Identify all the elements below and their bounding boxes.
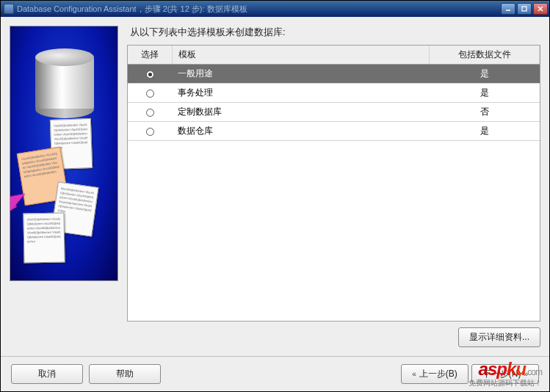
content-area: VloohlOjbAdiertien VloohlOjbAdiertien Vl… — [1, 17, 549, 356]
template-doc-icon: VloohlOjbAdiertien VloohlOjbAdiertien Vl… — [23, 213, 65, 264]
cell-includes: 是 — [430, 122, 540, 141]
back-label: 上一步(B) — [419, 368, 457, 380]
window-controls — [501, 3, 548, 15]
next-button[interactable]: 下一步(N) » — [471, 364, 539, 384]
template-radio[interactable] — [146, 128, 154, 136]
template-table: 选择 模板 包括数据文件 一般用途 是 事务处理 — [127, 45, 540, 322]
template-radio[interactable] — [146, 90, 154, 98]
footer-right: « 上一步(B) 下一步(N) » — [401, 364, 539, 384]
table-row[interactable]: 事务处理 是 — [128, 84, 540, 103]
cell-template: 事务处理 — [172, 84, 430, 103]
sidebar-graphic: VloohlOjbAdiertien VloohlOjbAdiertien Vl… — [10, 26, 118, 281]
maximize-button[interactable] — [517, 3, 532, 15]
app-icon — [4, 4, 14, 14]
help-button[interactable]: 帮助 — [89, 364, 161, 384]
table-row[interactable]: 一般用途 是 — [128, 65, 540, 84]
footer: 取消 帮助 « 上一步(B) 下一步(N) » aspku.com 免费网站源码… — [1, 356, 549, 391]
cell-includes: 是 — [430, 65, 540, 84]
template-radio[interactable] — [146, 109, 154, 117]
show-details-button[interactable]: 显示详细资料... — [458, 327, 540, 347]
cell-template: 一般用途 — [172, 65, 430, 84]
cell-includes: 否 — [430, 103, 540, 122]
titlebar-left: Database Configuration Assistant，步骤 2(共 … — [4, 4, 247, 15]
database-cylinder-icon — [35, 48, 94, 118]
titlebar: Database Configuration Assistant，步骤 2(共 … — [1, 1, 549, 17]
cell-template: 定制数据库 — [172, 103, 430, 122]
close-button[interactable] — [533, 3, 548, 15]
app-window: Database Configuration Assistant，步骤 2(共 … — [0, 0, 550, 392]
header-template: 模板 — [172, 46, 430, 65]
svg-rect-1 — [522, 7, 527, 11]
chevron-right-icon: » — [524, 370, 528, 378]
minimize-button[interactable] — [501, 3, 515, 15]
template-radio[interactable] — [146, 70, 154, 79]
table-row[interactable]: 数据仓库 是 — [128, 122, 540, 141]
header-includes: 包括数据文件 — [430, 46, 540, 65]
main-panel: 从以下列表中选择模板来创建数据库: 选择 模板 包括数据文件 一般用途 — [127, 26, 540, 347]
instruction-text: 从以下列表中选择模板来创建数据库: — [127, 26, 540, 45]
back-button[interactable]: « 上一步(B) — [401, 364, 468, 384]
cell-template: 数据仓库 — [172, 122, 430, 141]
chevron-left-icon: « — [412, 370, 416, 378]
next-label: 下一步(N) — [482, 368, 521, 380]
details-row: 显示详细资料... — [127, 322, 540, 347]
table-header-row: 选择 模板 包括数据文件 — [128, 46, 540, 65]
footer-left: 取消 帮助 — [11, 364, 161, 384]
table-row[interactable]: 定制数据库 否 — [128, 103, 540, 122]
window-title: Database Configuration Assistant，步骤 2(共 … — [17, 4, 247, 15]
cancel-button[interactable]: 取消 — [11, 364, 83, 384]
cell-includes: 是 — [430, 84, 540, 103]
header-select: 选择 — [128, 46, 172, 65]
